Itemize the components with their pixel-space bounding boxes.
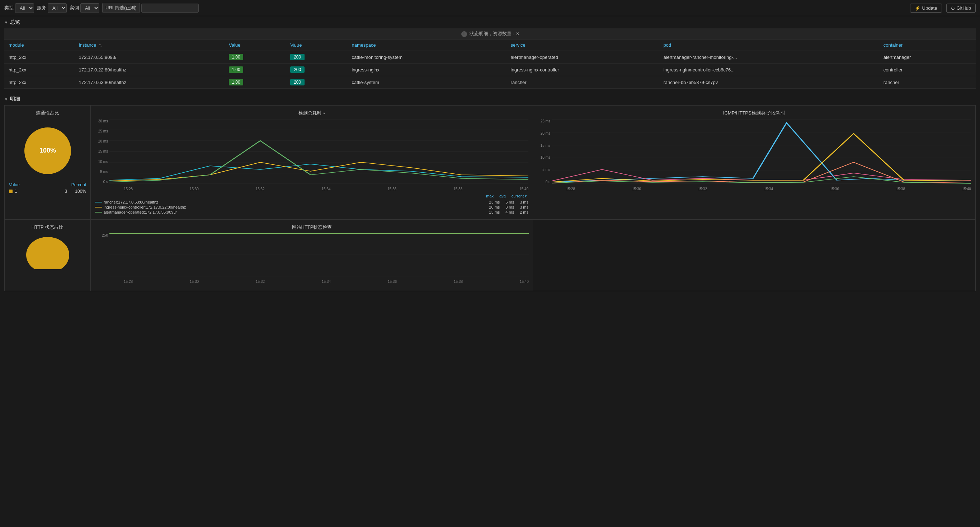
cell-namespace: cattle-monitoring-system [347, 51, 506, 64]
col-value2[interactable]: Value [286, 40, 347, 51]
http-x-axis: 15:28 15:30 15:32 15:34 15:36 15:38 15:4… [110, 279, 529, 284]
alertmanager-avg: 4 ms [506, 210, 514, 214]
instance-select[interactable]: All [80, 3, 99, 13]
col-instance[interactable]: instance ⇅ [75, 40, 224, 51]
legend-label-ingress: ingress-nginx-controller:172.17.0.22:80/… [103, 205, 186, 209]
icmp-chart-title: ICMP/HTTPS检测类 阶段耗时 [537, 110, 971, 116]
cell-value1: 1.00 [224, 76, 286, 89]
instance-label: 实例 [70, 5, 79, 11]
legend-count-1: 3 [65, 189, 67, 194]
http-status-chart-panel: 网站HTTP状态检查 250 15:28 15:30 15:32 [91, 220, 533, 291]
chevron-down-icon-3[interactable]: ▾ [323, 111, 325, 115]
legend-row-ingress: ingress-nginx-controller:172.17.0.22:80/… [95, 205, 528, 209]
col-pod[interactable]: pod [659, 40, 879, 51]
cell-pod: rancher-bb76b5879-cs7pv [659, 76, 879, 89]
col-namespace[interactable]: namespace [347, 40, 506, 51]
sort-icon: ⇅ [99, 43, 102, 47]
status-info-text: 状态明细，资源数量：3 [469, 31, 519, 36]
legend-row-alertmanager: alertmanager-operated:172.17.0.55:9093/ … [95, 210, 528, 214]
ingress-max: 26 ms [489, 205, 500, 209]
detail-grid: 连通性占比 100% Value Percent 1 3 100% 检测总耗时 [4, 105, 976, 220]
current-header: current ▾ [512, 194, 527, 198]
type-filter-group: 类型 All [4, 3, 34, 13]
overview-table: module instance ⇅ Value Value namespace … [4, 40, 976, 89]
ingress-current: 3 ms [520, 205, 528, 209]
legend-row-rancher: rancher:172.17.0.63:80/healthz 23 ms 6 m… [95, 200, 528, 204]
svg-text:100%: 100% [39, 147, 56, 154]
table-header-row: module instance ⇅ Value Value namespace … [4, 40, 976, 51]
cell-value1: 1.00 [224, 51, 286, 64]
col-module[interactable]: module [4, 40, 75, 51]
service-select[interactable]: All [48, 3, 67, 13]
icmp-x-axis: 15:28 15:30 15:32 15:34 15:36 15:38 15:4… [552, 187, 971, 191]
detail-section-header[interactable]: ▼ 明细 [0, 93, 980, 105]
cell-value2: 200 [286, 51, 347, 64]
svg-point-15 [26, 237, 69, 269]
percent-col-header: Percent [72, 182, 86, 187]
col-container[interactable]: container [879, 40, 976, 51]
url-filter-label: URL筛选(正则) [102, 3, 140, 13]
url-filter-group: URL筛选(正则) [102, 3, 199, 13]
y-axis-labels: 30 ms 25 ms 20 ms 15 ms 10 ms 5 ms 0 s [95, 119, 110, 184]
http-status-svg [110, 233, 529, 276]
avg-header: avg [500, 194, 506, 198]
legend-line-cyan [95, 202, 102, 203]
status-info-bar: i 状态明细，资源数量：3 [4, 28, 976, 40]
detection-chart-title: 检测总耗时 ▾ [95, 110, 528, 116]
connectivity-pie-svg: 100% [19, 122, 76, 179]
detection-chart-area: 30 ms 25 ms 20 ms 15 ms 10 ms 5 ms 0 s [95, 119, 528, 191]
cell-value2: 200 [286, 76, 347, 89]
legend-label-alertmanager: alertmanager-operated:172.17.0.55:9093/ [103, 210, 177, 214]
legend-value-1: 1 [15, 189, 17, 194]
table-row: http_2xx 172.17.0.63:80/healthz 1.00 200… [4, 76, 976, 89]
icmp-chart-panel: ICMP/HTTPS检测类 阶段耗时 25 ms 20 ms 15 ms 10 … [533, 105, 975, 219]
cell-service: ingress-nginx-controller [506, 64, 659, 76]
http-status-panel: HTTP 状态占比 [5, 220, 91, 291]
github-button[interactable]: ⊙ GitHub [946, 3, 976, 13]
http-pie-container [9, 233, 86, 269]
connectivity-pie-title: 连通性占比 [9, 110, 86, 116]
http-pie-svg [22, 233, 73, 269]
col-value1[interactable]: Value [224, 40, 286, 51]
rancher-current: 3 ms [520, 200, 528, 204]
connectivity-pie-panel: 连通性占比 100% Value Percent 1 3 100% [5, 105, 91, 219]
col-service[interactable]: service [506, 40, 659, 51]
rancher-max: 23 ms [489, 200, 500, 204]
alertmanager-max: 13 ms [489, 210, 500, 214]
ingress-avg: 3 ms [506, 205, 514, 209]
cell-pod: alertmanager-rancher-monitoring-... [659, 51, 879, 64]
cell-container: rancher [879, 76, 976, 89]
update-button[interactable]: ⚡ Update [910, 3, 942, 13]
cell-module: http_2xx [4, 64, 75, 76]
cell-pod: ingress-nginx-controller-ccb6c76... [659, 64, 879, 76]
legend-line-green [95, 212, 102, 212]
detail-grid-second: HTTP 状态占比 网站HTTP状态检查 250 [4, 220, 976, 291]
cell-namespace: ingress-nginx [347, 64, 506, 76]
pie-legend-header: Value Percent [9, 182, 86, 187]
detail-title: 明细 [10, 96, 20, 102]
table-row: http_2xx 172.17.0.55:9093/ 1.00 200 catt… [4, 51, 976, 64]
top-bar-right: ⚡ Update ⊙ GitHub [910, 3, 976, 13]
icmp-svg [552, 119, 971, 184]
icmp-y-axis: 25 ms 20 ms 15 ms 10 ms 5 ms 0 s [537, 119, 552, 184]
lightning-icon: ⚡ [915, 5, 920, 11]
overview-section: i 状态明细，资源数量：3 module instance ⇅ Value Va… [0, 28, 980, 93]
chevron-down-icon: ▼ [4, 21, 8, 24]
service-filter-group: 服务 All [37, 3, 67, 13]
legend-dot-1 [9, 190, 13, 193]
type-select[interactable]: All [15, 3, 34, 13]
cell-module: http_2xx [4, 51, 75, 64]
instance-filter-group: 实例 All [70, 3, 99, 13]
http-status-title: HTTP 状态占比 [9, 224, 86, 230]
cell-service: rancher [506, 76, 659, 89]
pie-container: 100% [9, 119, 86, 182]
url-filter-input[interactable] [142, 3, 199, 13]
service-label: 服务 [37, 5, 46, 11]
cell-container: controller [879, 64, 976, 76]
overview-section-header[interactable]: ▼ 总览 [0, 16, 980, 28]
value-col-header: Value [9, 182, 20, 187]
detection-svg [110, 119, 528, 184]
http-y-axis: 250 [95, 233, 110, 276]
cell-container: alertmanager [879, 51, 976, 64]
chevron-down-icon-2: ▼ [4, 97, 8, 101]
